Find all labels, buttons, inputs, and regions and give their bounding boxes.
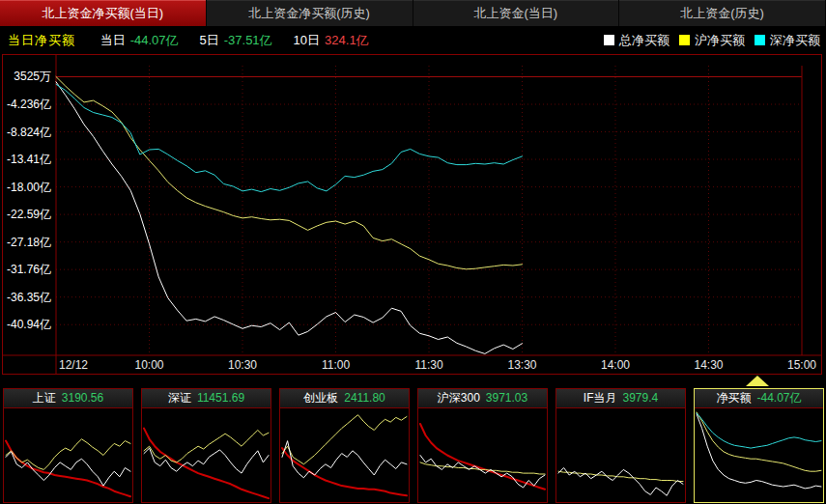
tab-bar: 北上资金净买额(当日)北上资金净买额(历史)北上资金(当日)北上资金(历史) [0,0,826,26]
status-bar: 当日净买额 当日-44.07亿5日-37.51亿10日324.1亿 总净买额沪净… [0,26,826,54]
mini-line-netbuy-sz [697,413,821,448]
mini-panel-csi300[interactable]: 沪深3003971.03 [417,388,548,503]
tab-1-active[interactable]: 北上资金净买额(当日) [0,0,206,26]
status-item-value: -37.51亿 [224,33,272,47]
x-axis-label: 10:00 [134,357,163,373]
x-axis-label: 14:00 [601,357,630,373]
mini-line-csi300-avg [420,424,545,490]
mini-line-netbuy-total [697,414,821,489]
y-axis-label: -27.18亿 [3,236,51,249]
x-axis-label: 15:00 [787,357,816,373]
y-axis-label: 3525万 [3,70,51,83]
mini-panel-chart [280,408,409,502]
mini-line-szse-yellow [144,431,269,462]
y-axis-label: -8.824亿 [3,126,51,139]
legend-label: 深净买额 [770,26,820,54]
main-chart-region: 3525万-4.236亿-8.824亿-13.41亿-18.00亿-22.59亿… [2,54,822,375]
status-items: 当日-44.07亿5日-37.51亿10日324.1亿 [79,33,369,47]
mini-panel-label: 净买额 [716,389,751,407]
legend-item: 沪净买额 [679,26,745,54]
mini-panel-label: 深证 [168,389,191,407]
mini-panel-chart [556,408,685,502]
mini-panel-chart [695,408,823,502]
tab-3[interactable]: 北上资金(当日) [413,0,619,26]
x-axis-label: 13:30 [507,357,536,373]
status-item-label: 当日 [100,33,126,47]
tab-4[interactable]: 北上资金(历史) [619,0,825,26]
mini-panel-value: 11451.69 [197,389,244,407]
mini-panel-header: 净买额-44.07亿 [695,389,823,408]
mini-panel-label: 创业板 [303,389,338,407]
chart-line-sh [56,77,523,269]
y-axis-label: -40.94亿 [3,318,51,331]
mini-line-chinext-price [282,441,407,478]
x-axis-label: 11:00 [322,357,350,373]
x-axis-label: 14:30 [694,357,723,373]
status-title: 当日净买额 [8,33,75,47]
legend-swatch-icon [604,35,614,45]
mini-panel-netbuy[interactable]: 净买额-44.07亿 [694,388,824,503]
x-axis-label: 11:30 [414,357,442,373]
mini-panel-chart [4,408,132,502]
mini-panel-if-month[interactable]: IF当月3979.4 [555,388,686,503]
tab-2[interactable]: 北上资金净买额(历史) [207,0,413,26]
mini-panel-label: 沪深300 [438,389,480,407]
mini-line-szse-price [144,448,269,473]
mini-line-if-month-price [558,468,683,496]
legend-swatch-icon [679,35,690,45]
mini-panel-value: 2411.80 [344,389,385,407]
app-window: 北上资金净买额(当日)北上资金净买额(历史)北上资金(当日)北上资金(历史) 当… [0,0,826,504]
legend: 总净买额沪净买额深净买额 [604,26,820,54]
mini-panel-label: IF当月 [584,389,617,407]
y-axis-label: -36.35亿 [3,291,51,304]
x-axis-label: 12/12 [59,357,88,373]
mini-panel-value: 3979.4 [622,389,658,407]
legend-item: 总净买额 [604,26,669,54]
mini-panel-sse[interactable]: 上证3190.56 [3,388,133,503]
selected-panel-arrow-icon [746,376,769,386]
mini-panel-chart [142,408,271,502]
y-axis-label: -13.41亿 [3,153,51,166]
mini-panel-value: -44.07亿 [756,389,801,407]
mini-line-sse-price [6,452,130,486]
mini-panel-chinext[interactable]: 创业板2411.80 [279,388,410,503]
mini-panel-header: 深证11451.69 [142,389,271,408]
x-axis-label: 10:30 [228,357,257,373]
mini-panel-header: 上证3190.56 [4,389,132,408]
legend-label: 总净买额 [619,26,669,54]
mini-panel-szse[interactable]: 深证11451.69 [141,388,271,503]
mini-line-netbuy-sh [697,412,821,471]
legend-swatch-icon [755,35,765,45]
status-item-value: -44.07亿 [130,33,179,47]
y-axis-label: -31.76亿 [3,263,51,276]
chart-line-sz [56,84,523,191]
mini-panel-header: 创业板2411.80 [280,389,409,408]
status-item-label: 5日 [200,33,219,47]
mini-panel-header: IF当月3979.4 [556,389,685,408]
mini-line-chinext-yellow [282,415,407,464]
mini-panel-label: 上证 [33,389,56,407]
mini-panel-header: 沪深3003971.03 [418,389,547,408]
y-axis-label: -22.59亿 [3,208,51,221]
status-item-label: 10日 [294,33,320,47]
mini-panel-value: 3971.03 [486,389,527,407]
mini-panel-value: 3190.56 [62,389,103,407]
chart-line-total [56,82,523,354]
status-item-value: 324.1亿 [325,33,369,47]
y-axis-label: -4.236亿 [3,98,51,111]
legend-label: 沪净买额 [695,26,745,54]
mini-panel-chart [418,408,547,502]
y-axis-label: -18.00亿 [3,181,51,194]
legend-item: 深净买额 [755,26,820,54]
main-chart-plot[interactable] [3,55,821,374]
